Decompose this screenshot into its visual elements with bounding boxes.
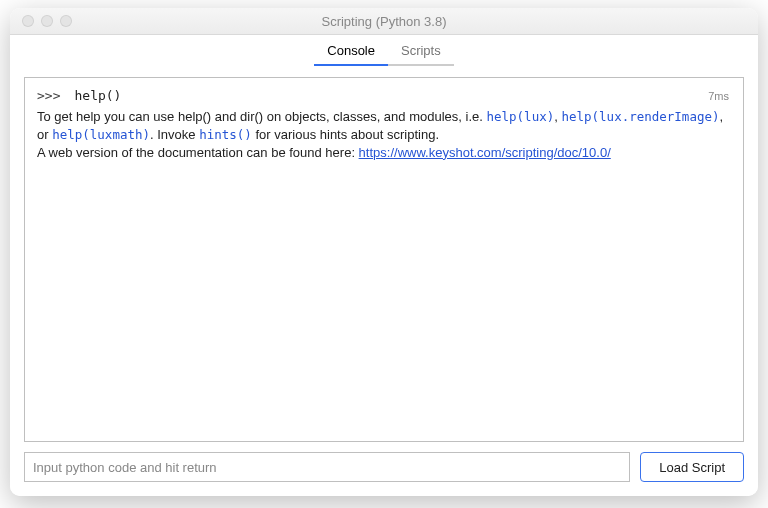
python-input[interactable] bbox=[24, 452, 630, 482]
help-text-segment: To get help you can use help() and dir()… bbox=[37, 109, 486, 124]
help-example: help(luxmath) bbox=[52, 127, 150, 142]
prompt: >>> bbox=[37, 88, 60, 103]
bottom-bar: Load Script bbox=[24, 452, 744, 482]
tab-console[interactable]: Console bbox=[314, 39, 388, 66]
help-example: help(lux.renderImage) bbox=[561, 109, 719, 124]
tab-scripts[interactable]: Scripts bbox=[388, 39, 454, 66]
command-line: >>> help() bbox=[37, 88, 731, 103]
close-icon[interactable] bbox=[22, 15, 34, 27]
titlebar: Scripting (Python 3.8) bbox=[10, 8, 758, 35]
help-text-segment: . Invoke bbox=[150, 127, 199, 142]
tab-bar: Console Scripts bbox=[10, 35, 758, 67]
documentation-link[interactable]: https://www.keyshot.com/scripting/doc/10… bbox=[359, 145, 611, 160]
load-script-button[interactable]: Load Script bbox=[640, 452, 744, 482]
maximize-icon[interactable] bbox=[60, 15, 72, 27]
command-text: help() bbox=[74, 88, 121, 103]
help-output: To get help you can use help() and dir()… bbox=[37, 108, 731, 161]
doc-text: A web version of the documentation can b… bbox=[37, 145, 359, 160]
minimize-icon[interactable] bbox=[41, 15, 53, 27]
scripting-window: Scripting (Python 3.8) Console Scripts 7… bbox=[10, 8, 758, 496]
help-example: hints() bbox=[199, 127, 252, 142]
help-example: help(lux) bbox=[486, 109, 554, 124]
window-title: Scripting (Python 3.8) bbox=[10, 14, 758, 29]
content-area: 7ms >>> help() To get help you can use h… bbox=[10, 67, 758, 496]
execution-time: 7ms bbox=[708, 90, 729, 102]
help-text-segment: for various hints about scripting. bbox=[252, 127, 439, 142]
console-output: 7ms >>> help() To get help you can use h… bbox=[24, 77, 744, 442]
traffic-lights bbox=[10, 15, 72, 27]
